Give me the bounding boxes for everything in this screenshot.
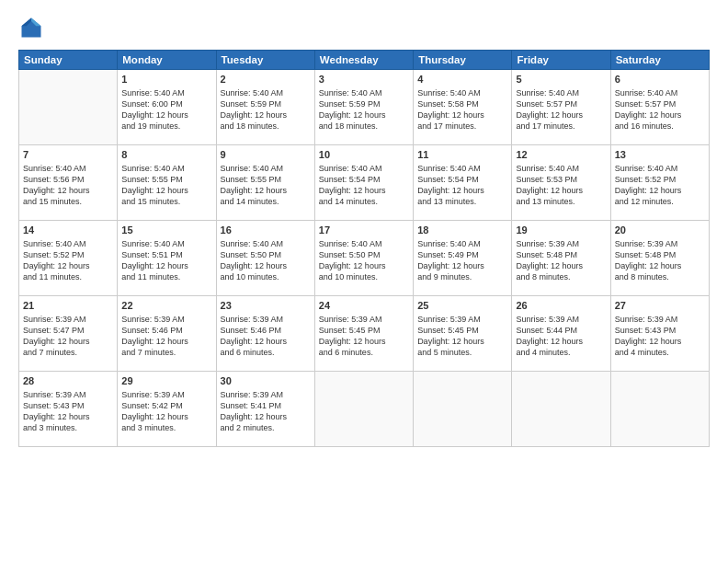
day-number: 24 [319,299,409,313]
day-info: Sunset: 5:50 PM [319,249,409,260]
day-info: Sunrise: 5:40 AM [121,163,211,174]
day-info: Daylight: 12 hours [516,109,606,121]
calendar-cell: 17Sunrise: 5:40 AMSunset: 5:50 PMDayligh… [314,221,413,296]
day-info: Daylight: 12 hours [319,109,409,121]
day-info: Daylight: 12 hours [121,185,211,196]
day-info: Sunset: 5:55 PM [121,174,211,185]
day-number: 28 [23,374,113,388]
day-info: Daylight: 12 hours [221,260,311,271]
calendar-cell: 24Sunrise: 5:39 AMSunset: 5:45 PMDayligh… [314,296,413,372]
calendar: SundayMondayTuesdayWednesdayThursdayFrid… [18,50,710,447]
day-info: and 5 minutes. [417,347,507,358]
day-info: Sunset: 5:45 PM [319,325,409,336]
day-info: Sunset: 5:56 PM [23,174,113,185]
calendar-cell: 29Sunrise: 5:39 AMSunset: 5:42 PMDayligh… [118,372,216,447]
day-info: Daylight: 12 hours [615,109,705,121]
day-info: Daylight: 12 hours [516,185,606,196]
col-header-friday: Friday [512,51,610,70]
day-info: Daylight: 12 hours [319,260,409,271]
day-info: and 14 minutes. [221,196,311,207]
calendar-cell: 23Sunrise: 5:39 AMSunset: 5:46 PMDayligh… [216,296,314,372]
day-info: Sunrise: 5:39 AM [615,314,705,325]
day-info: Daylight: 12 hours [417,185,507,196]
day-number: 27 [615,299,705,313]
week-row-3: 14Sunrise: 5:40 AMSunset: 5:52 PMDayligh… [19,221,710,296]
day-info: and 17 minutes. [516,121,606,132]
day-info: and 8 minutes. [516,271,606,282]
calendar-cell: 22Sunrise: 5:39 AMSunset: 5:46 PMDayligh… [118,296,216,372]
calendar-cell: 14Sunrise: 5:40 AMSunset: 5:52 PMDayligh… [19,221,118,296]
day-number: 11 [417,148,507,162]
day-info: Daylight: 12 hours [121,411,211,422]
day-info: Daylight: 12 hours [319,185,409,196]
header [18,15,710,40]
col-header-saturday: Saturday [610,51,709,70]
day-info: Sunrise: 5:40 AM [221,238,311,249]
day-info: Daylight: 12 hours [516,336,606,347]
day-info: and 8 minutes. [615,271,705,282]
day-info: Sunset: 5:46 PM [121,325,211,336]
day-info: and 13 minutes. [417,196,507,207]
day-info: and 18 minutes. [319,121,409,132]
day-info: Sunrise: 5:40 AM [417,163,507,174]
day-info: and 4 minutes. [615,347,705,358]
calendar-cell: 27Sunrise: 5:39 AMSunset: 5:43 PMDayligh… [610,296,709,372]
col-header-monday: Monday [118,51,216,70]
day-info: Sunrise: 5:40 AM [121,87,211,98]
day-info: and 10 minutes. [319,271,409,282]
day-info: Sunset: 5:50 PM [221,249,311,260]
calendar-cell: 2Sunrise: 5:40 AMSunset: 5:59 PMDaylight… [216,70,314,145]
day-number: 6 [615,73,705,86]
day-info: Daylight: 12 hours [221,185,311,196]
day-number: 20 [615,224,705,237]
calendar-cell [414,372,512,447]
col-header-sunday: Sunday [19,51,118,70]
day-info: and 3 minutes. [23,422,113,433]
day-info: Sunrise: 5:39 AM [121,314,211,325]
day-info: Sunrise: 5:40 AM [516,87,606,98]
day-info: Daylight: 12 hours [221,336,311,347]
calendar-cell: 19Sunrise: 5:39 AMSunset: 5:48 PMDayligh… [512,221,610,296]
day-info: Sunset: 5:44 PM [516,325,606,336]
day-info: and 10 minutes. [221,271,311,282]
day-number: 9 [221,148,311,162]
calendar-cell [610,372,709,447]
day-info: and 11 minutes. [121,271,211,282]
day-info: Daylight: 12 hours [23,185,113,196]
day-info: Daylight: 12 hours [417,260,507,271]
day-info: Daylight: 12 hours [23,336,113,347]
day-info: Daylight: 12 hours [319,336,409,347]
day-number: 17 [319,224,409,237]
day-info: and 16 minutes. [615,121,705,132]
day-info: Sunset: 5:49 PM [417,249,507,260]
day-number: 5 [516,73,606,86]
calendar-cell: 21Sunrise: 5:39 AMSunset: 5:47 PMDayligh… [19,296,118,372]
day-info: Sunrise: 5:40 AM [319,163,409,174]
day-info: Daylight: 12 hours [417,336,507,347]
day-info: Sunset: 5:52 PM [23,249,113,260]
day-number: 26 [516,299,606,313]
day-info: Sunset: 5:51 PM [121,249,211,260]
day-number: 19 [516,224,606,237]
day-number: 21 [23,299,113,313]
day-info: Sunrise: 5:39 AM [23,314,113,325]
day-info: Sunset: 5:48 PM [516,249,606,260]
day-info: Daylight: 12 hours [23,260,113,271]
calendar-cell: 12Sunrise: 5:40 AMSunset: 5:53 PMDayligh… [512,145,610,221]
calendar-header: SundayMondayTuesdayWednesdayThursdayFrid… [19,51,710,70]
day-number: 30 [221,374,311,388]
day-info: Daylight: 12 hours [615,336,705,347]
calendar-cell: 18Sunrise: 5:40 AMSunset: 5:49 PMDayligh… [414,221,512,296]
calendar-cell: 5Sunrise: 5:40 AMSunset: 5:57 PMDaylight… [512,70,610,145]
day-info: Sunset: 5:43 PM [615,325,705,336]
day-info: Sunrise: 5:39 AM [516,238,606,249]
day-info: and 17 minutes. [417,121,507,132]
day-info: and 11 minutes. [23,271,113,282]
calendar-cell: 25Sunrise: 5:39 AMSunset: 5:45 PMDayligh… [414,296,512,372]
day-info: Sunset: 5:45 PM [417,325,507,336]
calendar-cell [512,372,610,447]
day-info: Sunset: 5:43 PM [23,400,113,411]
day-info: and 4 minutes. [516,347,606,358]
day-info: and 3 minutes. [121,422,211,433]
day-number: 23 [221,299,311,313]
